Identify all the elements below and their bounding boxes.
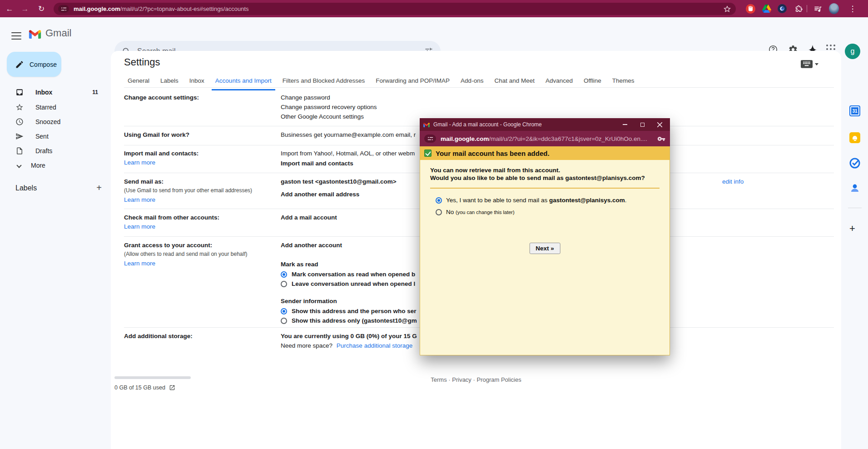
sidebar-item-inbox[interactable]: Inbox 11 [4,85,108,100]
sidebar-item-label: Sent [35,133,49,140]
tab-forwarding[interactable]: Forwarding and POP/IMAP [372,75,453,90]
show-address-only-option[interactable]: Show this address only (gastontest10@gm [281,317,417,324]
main-menu-icon[interactable] [10,28,23,40]
tab-general[interactable]: General [124,75,153,90]
compose-button[interactable]: Compose [7,52,61,77]
key-icon[interactable] [657,136,665,142]
no-text: No [446,209,454,215]
tab-themes[interactable]: Themes [609,75,638,90]
sidebar-item-label: More [31,162,45,169]
pencil-icon [15,60,24,69]
browser-forward-icon[interactable]: → [19,3,31,15]
leave-unread-option[interactable]: Leave conversation unread when opened l [281,280,415,287]
storage-usage-text: You are currently using 0 GB (0%) of you… [281,333,417,339]
browser-reload-icon[interactable]: ↻ [35,3,47,15]
radio-icon[interactable] [436,209,442,215]
tab-accounts-and-import[interactable]: Accounts and Import [212,75,275,90]
tab-chat-and-meet[interactable]: Chat and Meet [491,75,538,90]
other-google-account-settings-link[interactable]: Other Google Account settings [281,113,364,120]
sidebar-item-drafts[interactable]: Drafts [4,143,108,158]
tab-addons[interactable]: Add-ons [457,75,487,90]
success-banner: Your mail account has been added. [420,146,670,160]
send-yes-option[interactable]: Yes, I want to be able to send mail as g… [436,197,670,204]
tasks-icon[interactable] [848,157,861,170]
import-mail-contacts-link[interactable]: Import mail and contacts [281,160,353,167]
panel-divider [848,208,862,208]
terms-link[interactable]: Terms [431,376,446,383]
contacts-icon[interactable] [848,182,861,195]
privacy-link[interactable]: Privacy [452,376,471,383]
extension-drive-icon[interactable] [762,4,772,14]
playlist-icon[interactable] [813,4,823,14]
settings-tabs: General Labels Inbox Accounts and Import… [124,75,638,90]
gmail-favicon [423,122,430,127]
radio-selected-icon[interactable] [281,271,287,278]
browser-menu-icon[interactable]: ⋮ [848,4,858,14]
popup-titlebar[interactable]: Gmail - Add a mail account - Google Chro… [420,118,670,131]
next-button[interactable]: Next » [529,243,560,254]
row-label-account: Change account settings: [124,94,274,101]
get-addons-icon[interactable]: + [849,223,855,234]
tab-offline[interactable]: Offline [580,75,605,90]
radio-selected-icon[interactable] [281,308,287,314]
import-learn-more-link[interactable]: Learn more [124,159,155,166]
change-password-recovery-link[interactable]: Change password recovery options [281,104,377,110]
sidebar-item-sent[interactable]: Sent [4,129,108,144]
popup-body: Your mail account has been added. You ca… [420,146,670,355]
tab-inbox[interactable]: Inbox [186,75,208,90]
send-no-option[interactable]: No (you can change this later) [436,209,670,215]
add-another-account-link[interactable]: Add another account [281,242,342,249]
add-mail-account-link[interactable]: Add a mail account [281,214,337,221]
gmail-header: Gmail Search mail g [0,17,868,51]
keyboard-icon [801,60,813,68]
bookmark-star-icon[interactable] [723,5,731,13]
browser-profile-avatar[interactable] [829,4,839,14]
change-password-link[interactable]: Change password [281,94,330,101]
sidebar-item-starred[interactable]: Starred [4,100,108,115]
maximize-icon[interactable] [635,120,649,129]
sidebar-item-snoozed[interactable]: Snoozed [4,114,108,129]
show-address-person-option[interactable]: Show this address and the person who ser [281,308,417,314]
mark-read-option[interactable]: Mark conversation as read when opened b [281,271,415,278]
radio-icon[interactable] [281,318,287,324]
input-tools-selector[interactable] [801,60,818,68]
sidebar-item-more[interactable]: More [4,158,108,173]
send-as-note: (Use Gmail to send from your other email… [124,187,274,194]
purchase-storage-link[interactable]: Purchase additional storage [337,342,412,349]
calendar-icon[interactable]: 31 [848,105,861,117]
tab-labels[interactable]: Labels [157,75,182,90]
extension-shield-icon[interactable] [777,4,787,14]
row-label-work: Using Gmail for work? [124,131,274,138]
browser-back-icon[interactable]: ← [4,3,15,15]
tab-filters[interactable]: Filters and Blocked Addresses [279,75,369,90]
radio-selected-icon[interactable] [436,197,442,204]
extensions-puzzle-icon[interactable] [794,4,804,14]
minimize-icon[interactable] [618,120,632,129]
row-label-storage: Add additional storage: [124,333,274,339]
address-bar[interactable]: mail.google.com/mail/u/2/?pc=topnav-abou… [54,3,736,15]
site-info-icon[interactable] [58,5,69,13]
add-another-email-link[interactable]: Add another email address [281,191,359,198]
tabs-divider [124,87,834,88]
toolbar-divider [807,5,807,12]
grant-learn-more-link[interactable]: Learn more [124,260,155,267]
send-as-learn-more-link[interactable]: Learn more [124,196,155,203]
compose-label: Compose [30,61,57,68]
edit-info-link[interactable]: edit info [722,178,744,185]
keep-icon[interactable] [848,131,861,144]
program-policies-link[interactable]: Program Policies [476,376,521,383]
create-label-icon[interactable]: + [93,182,105,194]
popup-address-bar[interactable]: mail.google.com/mail/u/2/?ui=2&ik=ddc3a6… [420,131,670,146]
url-path: /mail/u/2/?pc=topnav-about-es#settings/a… [120,5,249,12]
storage-quota-text: 0 GB of 15 GB used [114,384,165,391]
check-mail-learn-more-link[interactable]: Learn more [124,223,155,230]
close-icon[interactable] [653,120,666,129]
extension-hand-icon[interactable] [745,4,755,14]
radio-icon[interactable] [281,281,287,287]
send-as-address: gaston test <gastontest10@gmail.com> [281,178,397,185]
external-link-icon[interactable] [169,384,175,391]
site-info-icon[interactable] [424,135,436,143]
send-icon [15,132,24,140]
caret-down-icon [815,63,818,65]
tab-advanced[interactable]: Advanced [542,75,576,90]
